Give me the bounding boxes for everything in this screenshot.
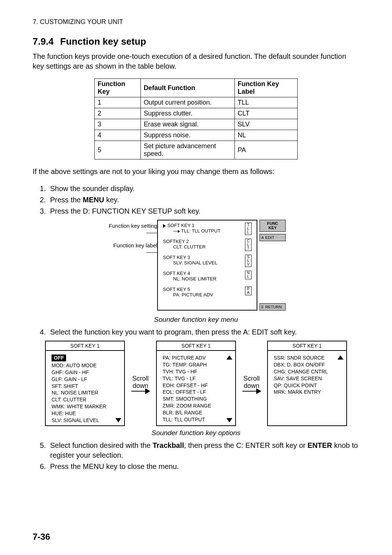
table-cell: CLT	[234, 108, 297, 119]
mini-label-box: CLT	[245, 239, 252, 251]
option-item[interactable]: SLV: SIGNAL LEVEL	[52, 417, 121, 424]
scroll-down-icon[interactable]	[115, 418, 121, 422]
option-panel-header: SOFT KEY 1	[268, 341, 346, 351]
option-panel-header: SOFT KEY 1	[157, 341, 235, 351]
table-cell: SLV	[234, 119, 297, 130]
btn-edit-letter: A	[261, 236, 264, 240]
table-cell: TLL	[234, 97, 297, 108]
option-item[interactable]: SMT: SMOOTHING	[163, 396, 232, 402]
step-item: Press the D: FUNCTION KEY SETUP soft key…	[48, 206, 359, 216]
option-item[interactable]: SFT: SHIFT	[52, 383, 121, 390]
option-item[interactable]: NL: NOISE LIMITER	[52, 389, 121, 396]
btn-func-line2: KEY	[269, 226, 277, 230]
option-item[interactable]: TG: TEMP. GRAPH	[163, 361, 232, 368]
step-item: Press the MENU key to close the menu.	[48, 462, 359, 471]
option-item[interactable]: QP: QUICK POINT	[274, 382, 343, 389]
btn-edit[interactable]: A EDIT	[260, 234, 286, 241]
softkey-title: SOFT KEY 3	[163, 255, 254, 260]
softkey-sub: SLV: SIGNAL LEVEL	[163, 260, 254, 266]
step-item: Press the MENU key.	[48, 195, 359, 205]
option-item[interactable]: SSR: SNDR SOURCE	[274, 355, 343, 361]
btn-return-letter: E	[261, 305, 264, 309]
option-list: SSR: SNDR SOURCEDBX: D. BOX ON/OFFCHG: C…	[268, 351, 346, 425]
side-buttons: FUNC KEY A EDIT E RETURN	[260, 220, 286, 313]
option-item[interactable]: DBX: D. BOX ON/OFF	[274, 361, 343, 368]
table-cell: 1	[95, 97, 141, 108]
intro-paragraph: The function keys provide one-touch exec…	[33, 52, 359, 71]
step-4: Select the function key you want to prog…	[48, 327, 359, 337]
softkey-title: SOFT KEY 5	[163, 287, 254, 292]
option-item[interactable]: TLL: TLL OUTPUT	[163, 416, 232, 423]
softkey-row[interactable]: SOFTKEY 2CLT: CLUTTERCLT	[160, 239, 254, 250]
arrow-right-icon	[131, 391, 150, 392]
section-number: 7.9.4	[33, 36, 54, 47]
options-diagram: SOFT KEY 1OFFMOD: AUTO MODEGHF: GAIN - H…	[33, 341, 359, 426]
option-off-label[interactable]: OFF	[52, 355, 66, 361]
table-cell: Output current position.	[140, 97, 234, 108]
option-item[interactable]: TVL: TVG - LF	[163, 375, 232, 382]
table-cell: Suppress clutter.	[140, 108, 234, 119]
arrow-right-icon	[242, 391, 261, 392]
annotation-fk-label: Function key label	[106, 242, 157, 255]
softkey-row[interactable]: SOFT KEY 3SLV: SIGNAL LEVELSLV	[160, 255, 254, 266]
softkey-title: SOFT KEY 4	[163, 271, 254, 276]
option-item[interactable]: CHG: CHANGE CNTRL	[274, 368, 343, 375]
option-item[interactable]: EOH: OFFSET - HF	[163, 382, 232, 389]
softkey-row[interactable]: SOFT KEY 4NL: NOISE LIMITERNL	[160, 271, 254, 281]
function-key-table: Function Key Default Function Function K…	[94, 78, 298, 159]
option-item[interactable]: GHF: GAIN - HF	[52, 369, 121, 376]
after-table-paragraph: If the above settings are not to your li…	[33, 167, 359, 177]
option-item[interactable]: SAV: SAVE SCREEN	[274, 375, 343, 382]
btn-edit-label: EDIT	[265, 235, 274, 240]
scroll-down-icon[interactable]	[226, 418, 232, 422]
option-item[interactable]: BLR: B/L RANGE	[163, 409, 232, 416]
softkey-title: SOFTKEY 2	[163, 239, 254, 244]
step-item: Select function desired with the Trackba…	[48, 441, 359, 460]
table-cell: NL	[234, 130, 297, 141]
option-item[interactable]: TVH: TVG - HF	[163, 368, 232, 375]
mini-label-box: TLL	[245, 223, 252, 235]
function-key-menu-diagram: Function key setting Function key label …	[33, 220, 359, 313]
option-item[interactable]: WMK: WHITE MARKER	[52, 403, 121, 410]
option-item[interactable]: ZMR: ZOOM RANGE	[163, 402, 232, 409]
table-row: 1Output current position.TLL	[95, 97, 298, 108]
scroll-up-icon[interactable]	[226, 355, 232, 360]
option-item[interactable]: HUE: HUE	[52, 410, 121, 417]
annotation-fk-setting: Function key setting	[106, 223, 157, 236]
chapter-header: 7. CUSTOMIZING YOUR UNIT	[33, 18, 359, 26]
scroll-separator: Scrolldown	[128, 375, 153, 392]
option-item[interactable]: EOL: OFFSET - LF	[163, 389, 232, 396]
option-item[interactable]: PA: PICTURE ADV	[163, 355, 232, 361]
option-list: PA: PICTURE ADVTG: TEMP. GRAPHTVH: TVG -…	[157, 351, 235, 426]
option-item[interactable]: CLT: CLUTTER	[52, 396, 121, 403]
softkey-row[interactable]: SOFT KEY 5PA: PICTURE ADVPA	[160, 287, 254, 297]
btn-func-key[interactable]: FUNC KEY	[260, 220, 286, 232]
scroll-label: Scrolldown	[132, 375, 148, 390]
btn-func-line1: FUNC	[267, 222, 278, 226]
option-item[interactable]: MRK: MARK ENTRY	[274, 389, 343, 396]
softkey-sub: PA: PICTURE ADV	[163, 292, 254, 297]
page-number: 7-36	[33, 532, 50, 542]
step-item: Show the sounder display.	[48, 184, 359, 194]
option-panel-header: SOFT KEY 1	[46, 341, 124, 351]
btn-return[interactable]: E RETURN	[260, 303, 286, 311]
option-panel: SOFT KEY 1PA: PICTURE ADVTG: TEMP. GRAPH…	[156, 341, 236, 426]
steps-list: Show the sounder display.Press the MENU …	[33, 184, 359, 216]
steps-list-5-6: Select function desired with the Trackba…	[33, 441, 359, 471]
softkey-sub: NL: NOISE LIMITER	[163, 276, 254, 281]
scroll-label: Scrolldown	[243, 375, 260, 390]
section-title: 7.9.4Function key setup	[33, 36, 359, 47]
th-function-key-label: Function Key Label	[234, 79, 297, 97]
caption-options: Sounder function key options	[33, 429, 359, 437]
scroll-up-icon[interactable]	[338, 355, 343, 360]
option-item[interactable]: MOD: AUTO MODE	[52, 362, 121, 369]
option-list: OFFMOD: AUTO MODEGHF: GAIN - HFGLF: GAIN…	[46, 351, 124, 427]
option-panel: SOFT KEY 1OFFMOD: AUTO MODEGHF: GAIN - H…	[45, 341, 125, 426]
table-cell: Erase weak signal.	[140, 119, 234, 130]
option-item[interactable]: GLF: GAIN - LF	[52, 376, 121, 383]
mini-label-box: PA	[245, 287, 252, 295]
table-cell: 3	[95, 119, 141, 130]
softkey-row[interactable]: SOFT KEY 1TLL: TLL OUTPUTTLL	[160, 223, 254, 234]
softkey-sub: CLT: CLUTTER	[163, 244, 254, 250]
table-row: 3Erase weak signal.SLV	[95, 119, 298, 130]
